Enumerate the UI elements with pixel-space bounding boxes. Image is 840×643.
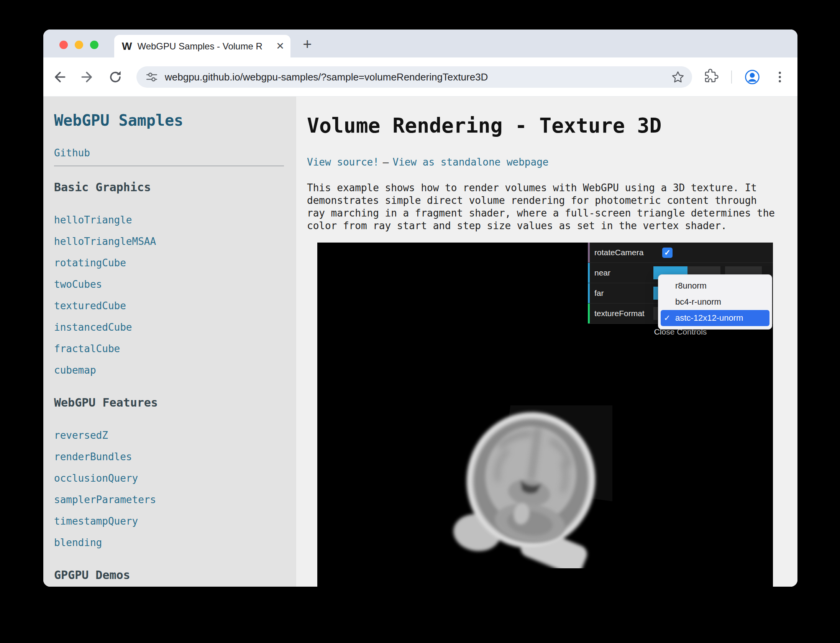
sidebar-item-twocubes[interactable]: twoCubes bbox=[54, 279, 102, 290]
tab-title: WebGPU Samples - Volume R bbox=[137, 41, 273, 52]
bookmark-star-icon[interactable] bbox=[671, 70, 685, 84]
sidebar-item-timestampquery[interactable]: timestampQuery bbox=[54, 515, 138, 527]
extensions-button[interactable] bbox=[704, 69, 720, 85]
gui-label-textureformat: textureFormat bbox=[590, 309, 653, 318]
browser-window: W WebGPU Samples - Volume R ✕ + bbox=[43, 30, 797, 587]
webgpu-features-links: reversedZ renderBundles occlusionQuery s… bbox=[54, 425, 296, 554]
basic-graphics-links: helloTriangle helloTriangleMSAA rotating… bbox=[54, 210, 296, 382]
link-separator: — bbox=[383, 156, 389, 168]
main-area: Volume Rendering - Texture 3D View sourc… bbox=[296, 97, 797, 587]
section-heading-basic-graphics: Basic Graphics bbox=[54, 180, 296, 195]
browser-toolbar: webgpu.github.io/webgpu-samples/?sample=… bbox=[43, 57, 797, 97]
toolbar-divider bbox=[731, 71, 732, 84]
section-heading-webgpu-features: WebGPU Features bbox=[54, 395, 296, 410]
view-source-link[interactable]: View source! bbox=[307, 156, 379, 168]
textureformat-dropdown: r8unorm bc4-r-unorm ✓ astc-12x12-unorm bbox=[658, 274, 772, 330]
standalone-link[interactable]: View as standalone webpage bbox=[393, 156, 549, 168]
sidebar-item-occlusionquery[interactable]: occlusionQuery bbox=[54, 472, 138, 484]
reload-icon bbox=[107, 69, 124, 85]
source-links-row: View source!—View as standalone webpage bbox=[307, 156, 787, 168]
profile-button[interactable] bbox=[744, 69, 761, 85]
option-label: astc-12x12-unorm bbox=[675, 313, 743, 323]
new-tab-button[interactable]: + bbox=[299, 36, 316, 53]
github-link[interactable]: Github bbox=[54, 147, 296, 159]
kebab-menu-icon bbox=[771, 69, 788, 85]
forward-button[interactable] bbox=[79, 69, 96, 85]
sidebar-item-reversedz[interactable]: reversedZ bbox=[54, 430, 108, 441]
forward-arrow-icon bbox=[79, 69, 96, 85]
gui-label-far: far bbox=[590, 289, 653, 298]
back-button[interactable] bbox=[51, 69, 68, 85]
site-settings-icon[interactable] bbox=[145, 70, 159, 84]
puzzle-icon bbox=[704, 69, 719, 84]
browser-menu-button[interactable] bbox=[771, 69, 788, 85]
dropdown-option-r8unorm[interactable]: r8unorm bbox=[661, 278, 769, 294]
sidebar: WebGPU Samples Github Basic Graphics hel… bbox=[43, 97, 296, 587]
sidebar-item-renderbundles[interactable]: renderBundles bbox=[54, 451, 132, 463]
zoom-window-button[interactable] bbox=[90, 41, 98, 49]
description: This example shows how to render volumes… bbox=[307, 182, 787, 232]
description-line: demonstrates simple direct volume render… bbox=[307, 194, 787, 207]
minimize-window-button[interactable] bbox=[75, 41, 83, 49]
webgpu-favicon-icon: W bbox=[122, 40, 132, 52]
checkmark-icon: ✓ bbox=[664, 248, 671, 257]
description-line: ray marching in a fragment shader, where… bbox=[307, 207, 787, 220]
sidebar-item-samplerparameters[interactable]: samplerParameters bbox=[54, 494, 156, 505]
gui-row-rotatecamera: rotateCamera ✓ bbox=[588, 243, 773, 263]
sidebar-item-instancedcube[interactable]: instancedCube bbox=[54, 322, 132, 333]
sidebar-item-hellotriangle[interactable]: helloTriangle bbox=[54, 214, 132, 226]
sidebar-item-rotatingcube[interactable]: rotatingCube bbox=[54, 257, 126, 269]
description-line: This example shows how to render volumes… bbox=[307, 182, 787, 194]
browser-tab[interactable]: W WebGPU Samples - Volume R ✕ bbox=[114, 35, 290, 57]
sidebar-item-blending[interactable]: blending bbox=[54, 537, 102, 548]
dropdown-option-astc-12x12-unorm[interactable]: ✓ astc-12x12-unorm bbox=[661, 310, 769, 326]
close-window-button[interactable] bbox=[59, 41, 68, 49]
option-label: r8unorm bbox=[675, 281, 707, 291]
section-heading-gpgpu-demos: GPGPU Demos bbox=[54, 568, 296, 582]
profile-avatar-icon bbox=[744, 69, 761, 85]
webgpu-canvas[interactable]: rotateCamera ✓ near far bbox=[317, 243, 773, 587]
sidebar-item-texturedcube[interactable]: texturedCube bbox=[54, 300, 126, 312]
checkmark-icon: ✓ bbox=[664, 313, 675, 323]
dropdown-option-bc4-r-unorm[interactable]: bc4-r-unorm bbox=[661, 294, 769, 310]
reload-button[interactable] bbox=[107, 69, 124, 85]
gui-label-near: near bbox=[590, 268, 653, 277]
tab-strip: W WebGPU Samples - Volume R ✕ + bbox=[43, 30, 797, 57]
brain-mri-render bbox=[448, 405, 612, 568]
description-line: color from ray start and step size value… bbox=[307, 220, 787, 232]
page-content: WebGPU Samples Github Basic Graphics hel… bbox=[43, 97, 797, 587]
url-text[interactable]: webgpu.github.io/webgpu-samples/?sample=… bbox=[165, 71, 488, 83]
gui-label-rotatecamera: rotateCamera bbox=[590, 248, 653, 257]
sidebar-title: WebGPU Samples bbox=[54, 111, 296, 130]
sidebar-item-hellotrianglemsaa[interactable]: helloTriangleMSAA bbox=[54, 236, 156, 247]
sidebar-item-fractalcube[interactable]: fractalCube bbox=[54, 343, 120, 354]
close-tab-icon[interactable]: ✕ bbox=[276, 40, 284, 52]
sidebar-item-cubemap[interactable]: cubemap bbox=[54, 364, 96, 376]
option-label: bc4-r-unorm bbox=[675, 297, 721, 307]
rotatecamera-checkbox[interactable]: ✓ bbox=[662, 248, 673, 258]
sidebar-divider bbox=[54, 166, 284, 166]
back-arrow-icon bbox=[51, 69, 68, 85]
address-bar[interactable]: webgpu.github.io/webgpu-samples/?sample=… bbox=[136, 66, 692, 88]
page-title: Volume Rendering - Texture 3D bbox=[307, 114, 787, 137]
